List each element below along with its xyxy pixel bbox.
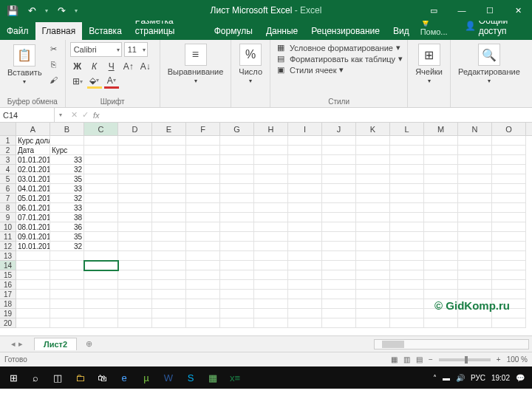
cell[interactable] [492, 232, 526, 242]
cell[interactable] [186, 251, 220, 261]
column-header[interactable]: H [254, 123, 288, 135]
number-button[interactable]: % Число▾ [236, 42, 265, 86]
cell[interactable] [424, 232, 458, 242]
cell[interactable] [152, 280, 186, 290]
tab-insert[interactable]: Вставка [82, 22, 129, 40]
cell[interactable] [254, 184, 288, 194]
font-grow-icon[interactable]: A↑ [121, 59, 136, 74]
cell[interactable] [84, 261, 118, 270]
row-header[interactable]: 7 [0, 194, 16, 203]
cell[interactable] [220, 261, 254, 270]
cell[interactable] [84, 270, 118, 280]
cell[interactable] [254, 174, 288, 184]
cell[interactable] [220, 194, 254, 203]
zoom-in-icon[interactable]: + [497, 355, 501, 364]
cell[interactable] [84, 203, 118, 213]
cell[interactable] [254, 213, 288, 222]
format-as-table-button[interactable]: ▤Форматировать как таблицу ▾ [275, 53, 403, 64]
cell[interactable] [356, 136, 390, 146]
cell[interactable] [254, 242, 288, 251]
cell[interactable]: 35 [50, 232, 84, 242]
cell[interactable] [50, 270, 84, 280]
cell[interactable] [152, 299, 186, 309]
tab-formulas[interactable]: Формулы [208, 22, 259, 40]
cell[interactable] [84, 290, 118, 299]
cell[interactable] [492, 290, 526, 299]
cell[interactable]: 10.01.2016 [16, 242, 50, 251]
cell[interactable] [356, 194, 390, 203]
cell[interactable] [322, 194, 356, 203]
row-header[interactable]: 13 [0, 251, 16, 261]
cell[interactable] [322, 270, 356, 280]
cell[interactable] [492, 318, 526, 328]
cell[interactable] [492, 155, 526, 165]
cell[interactable] [84, 318, 118, 328]
zoom-slider[interactable] [439, 358, 491, 361]
save-icon[interactable]: 💾 [4, 2, 21, 18]
cell[interactable] [390, 309, 424, 318]
column-header[interactable]: I [288, 123, 322, 135]
row-header[interactable]: 4 [0, 165, 16, 174]
cell[interactable] [186, 203, 220, 213]
tab-review[interactable]: Рецензирование [304, 22, 386, 40]
cell[interactable] [118, 309, 152, 318]
cell[interactable] [356, 309, 390, 318]
cell[interactable] [186, 290, 220, 299]
cell[interactable] [186, 165, 220, 174]
cell[interactable] [186, 232, 220, 242]
cell[interactable] [288, 155, 322, 165]
cell[interactable] [322, 222, 356, 232]
cell[interactable] [50, 136, 84, 146]
cell[interactable] [356, 318, 390, 328]
cell[interactable] [322, 213, 356, 222]
alignment-button[interactable]: ≡ Выравнивание▾ [165, 42, 227, 86]
cell[interactable] [254, 194, 288, 203]
cell-styles-button[interactable]: ▣Стили ячеек ▾ [275, 64, 403, 75]
cell[interactable] [84, 213, 118, 222]
cell[interactable] [390, 184, 424, 194]
row-header[interactable]: 2 [0, 146, 16, 155]
cell[interactable]: 38 [50, 213, 84, 222]
cell[interactable] [186, 136, 220, 146]
select-all-corner[interactable] [0, 123, 16, 135]
cell[interactable] [288, 146, 322, 155]
cell[interactable] [322, 203, 356, 213]
column-header[interactable]: O [492, 123, 526, 135]
cell[interactable] [356, 184, 390, 194]
cell[interactable] [424, 184, 458, 194]
cell[interactable] [254, 146, 288, 155]
cell[interactable] [152, 155, 186, 165]
cell[interactable] [16, 280, 50, 290]
cell[interactable] [186, 309, 220, 318]
cell[interactable]: 04.01.2016 [16, 184, 50, 194]
cell[interactable] [390, 194, 424, 203]
cell[interactable] [152, 184, 186, 194]
cell[interactable] [492, 213, 526, 222]
cell[interactable] [50, 251, 84, 261]
cell[interactable] [390, 203, 424, 213]
search-icon[interactable]: ⌕ [25, 367, 46, 388]
row-header[interactable]: 8 [0, 203, 16, 213]
view-normal-icon[interactable]: ▦ [391, 355, 398, 364]
cell[interactable] [152, 232, 186, 242]
cell[interactable] [118, 194, 152, 203]
cell[interactable] [356, 232, 390, 242]
cell[interactable]: 33 [50, 184, 84, 194]
cell[interactable] [322, 251, 356, 261]
cell[interactable] [186, 194, 220, 203]
tab-view[interactable]: Вид [386, 22, 416, 40]
cell[interactable] [254, 203, 288, 213]
conditional-formatting-button[interactable]: ▦Условное форматирование ▾ [275, 42, 403, 53]
cell[interactable] [288, 318, 322, 328]
cell[interactable] [118, 184, 152, 194]
view-layout-icon[interactable]: ▥ [403, 355, 410, 364]
format-painter-icon[interactable]: 🖌 [47, 73, 61, 86]
cell[interactable] [186, 242, 220, 251]
row-header[interactable]: 20 [0, 318, 16, 328]
cell[interactable] [458, 318, 492, 328]
row-header[interactable]: 9 [0, 213, 16, 222]
cell[interactable] [50, 280, 84, 290]
paste-button[interactable]: 📋 Вставить▾ [4, 43, 45, 86]
bold-button[interactable]: Ж [70, 59, 85, 74]
cell[interactable] [424, 194, 458, 203]
